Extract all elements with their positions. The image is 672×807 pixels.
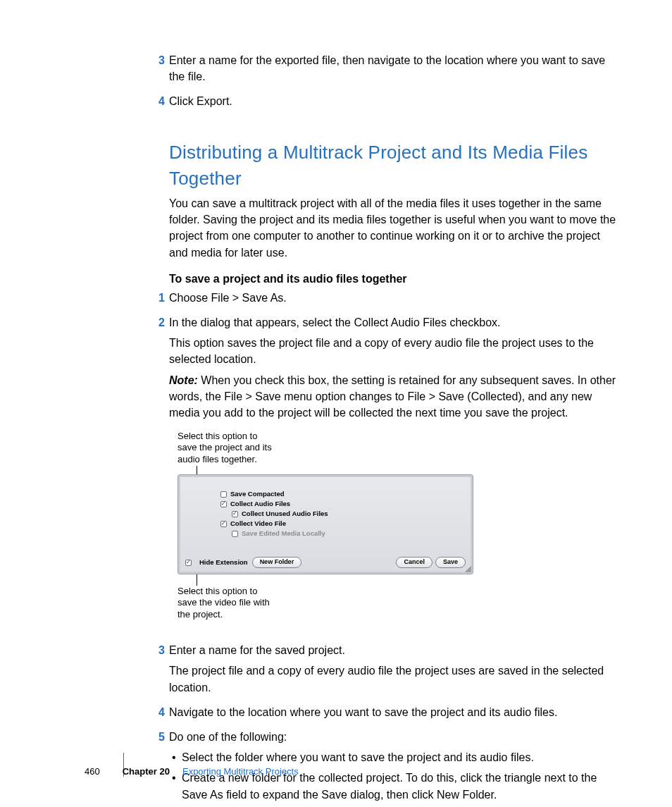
dialog-options: Save Compacted ✓ Collect Audio Files ✓ C…: [220, 489, 328, 538]
step-body: Navigate to the location where you want …: [169, 704, 620, 725]
option-label: Collect Audio Files: [230, 500, 290, 507]
step-text: Do one of the following:: [169, 729, 620, 745]
callout-top: Select this option to save the project a…: [178, 431, 279, 465]
save-button[interactable]: Save: [435, 557, 466, 568]
save-dialog: Save Compacted ✓ Collect Audio Files ✓ C…: [178, 474, 473, 574]
checkbox-icon[interactable]: ✓: [232, 511, 238, 517]
step-number: 2: [149, 314, 165, 425]
step-3-export-name: 3 Enter a name for the exported file, th…: [169, 52, 620, 89]
option-label: Save Compacted: [230, 491, 285, 498]
step-text: Enter a name for the saved project.: [169, 642, 620, 658]
option-label: Save Edited Media Locally: [242, 530, 325, 537]
page-number: 460: [85, 765, 100, 779]
note-text: When you check this box, the setting is …: [169, 374, 616, 419]
checkbox-icon[interactable]: [220, 491, 227, 498]
step-text: Click Export.: [169, 93, 620, 109]
resize-handle-icon[interactable]: [464, 565, 471, 572]
option-collect-audio[interactable]: ✓ Collect Audio Files: [220, 499, 328, 509]
step-body: Click Export.: [169, 93, 620, 113]
note-paragraph: Note: When you check this box, the setti…: [169, 372, 620, 421]
step-text: The project file and a copy of every aud…: [169, 663, 620, 695]
hide-extension-label: Hide Extension: [199, 557, 248, 567]
step-number: 1: [149, 290, 165, 310]
checkbox-icon[interactable]: ✓: [220, 521, 227, 527]
chapter-label: Chapter 20: [123, 766, 170, 777]
page-footer: 460 Chapter 20 Exporting Multitrack Proj…: [85, 765, 299, 779]
section-intro: You can save a multitrack project with a…: [169, 195, 620, 261]
step-body: Enter a name for the saved project. The …: [169, 642, 620, 700]
step-text: Navigate to the location where you want …: [169, 704, 620, 720]
new-folder-button[interactable]: New Folder: [252, 557, 302, 568]
list-item: Select the folder where you want to save…: [182, 749, 620, 765]
note-label: Note:: [169, 374, 201, 386]
option-label: Collect Video File: [230, 520, 286, 527]
step-number: 4: [149, 93, 165, 113]
option-save-edited-media: Save Edited Media Locally: [232, 529, 328, 538]
dialog-footer: ✓ Hide Extension New Folder Cancel Save: [185, 557, 466, 568]
checkbox-icon: [232, 531, 238, 537]
checkbox-icon[interactable]: ✓: [220, 501, 227, 507]
option-collect-unused-audio[interactable]: ✓ Collect Unused Audio Files: [232, 509, 328, 519]
step-body: Enter a name for the exported file, then…: [169, 52, 620, 89]
page-content: 3 Enter a name for the exported file, th…: [169, 52, 620, 807]
save-dialog-figure: Select this option to save the project a…: [169, 431, 472, 628]
step-text: Enter a name for the exported file, then…: [169, 52, 620, 85]
callout-bottom: Select this option to save the video fil…: [178, 586, 279, 620]
cancel-button[interactable]: Cancel: [396, 557, 433, 568]
step-4-navigate-location: 4 Navigate to the location where you wan…: [169, 704, 620, 725]
step-body: Choose File > Save As.: [169, 290, 620, 310]
step-number: 3: [149, 52, 165, 89]
step-3-enter-name: 3 Enter a name for the saved project. Th…: [169, 642, 620, 700]
step-number: 4: [149, 704, 165, 725]
step-text: In the dialog that appears, select the C…: [169, 314, 620, 331]
section-heading: Distributing a Multitrack Project and It…: [169, 140, 620, 192]
procedure-subhead: To save a project and its audio files to…: [169, 271, 620, 287]
option-collect-video[interactable]: ✓ Collect Video File: [220, 519, 328, 529]
step-1-save-as: 1 Choose File > Save As.: [169, 290, 620, 310]
step-text: Choose File > Save As.: [169, 290, 620, 306]
step-number: 3: [149, 642, 165, 700]
step-2-collect-audio: 2 In the dialog that appears, select the…: [169, 314, 620, 425]
step-text: This option saves the project file and a…: [169, 335, 620, 367]
step-body: In the dialog that appears, select the C…: [169, 314, 620, 425]
chapter-title: Exporting Multitrack Projects: [182, 766, 299, 777]
option-label: Collect Unused Audio Files: [242, 510, 328, 517]
option-save-compacted[interactable]: Save Compacted: [220, 489, 328, 499]
checkbox-icon[interactable]: ✓: [185, 560, 192, 566]
step-4-click-export: 4 Click Export.: [169, 93, 620, 113]
